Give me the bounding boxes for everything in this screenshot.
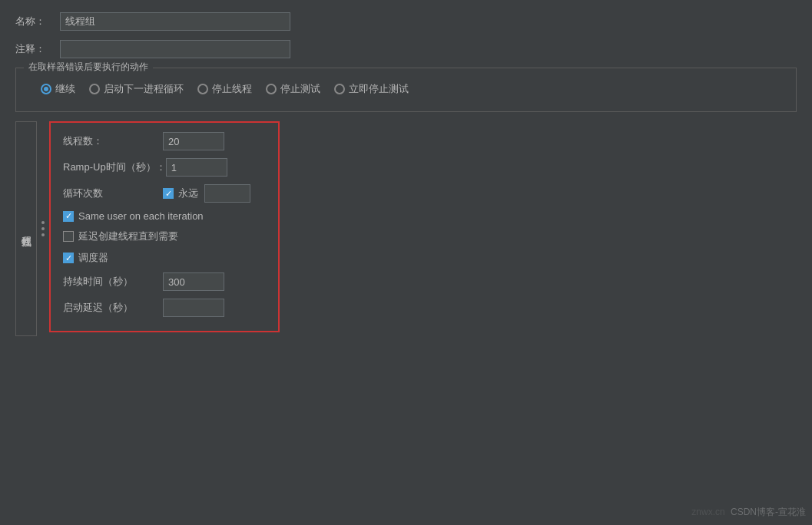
radio-stop-test[interactable]: 停止测试 — [266, 82, 320, 96]
drag-dot-2 — [41, 227, 45, 230]
startup-delay-row: 启动延迟（秒） — [63, 299, 266, 317]
delay-thread-label: 延迟创建线程直到需要 — [78, 229, 178, 243]
drag-dot-1 — [41, 221, 45, 224]
rampup-input[interactable] — [166, 158, 227, 177]
thread-props-vertical-label: 线程属性 — [15, 121, 37, 336]
drag-dot-3 — [41, 233, 45, 236]
radio-continue-indicator — [41, 84, 51, 94]
radio-stop-thread[interactable]: 停止线程 — [197, 82, 252, 96]
name-label: 名称： — [15, 15, 54, 28]
radio-continue-label: 继续 — [55, 82, 75, 96]
radio-stop-test-now-label: 立即停止测试 — [349, 82, 409, 96]
name-row: 名称： — [15, 12, 797, 31]
startup-delay-input[interactable] — [163, 299, 224, 317]
scheduler-label: 调度器 — [78, 251, 108, 265]
comment-input[interactable] — [60, 40, 290, 58]
thread-props-content: 线程数： Ramp-Up时间（秒）： 循环次数 永远 Same use — [49, 121, 280, 332]
comment-label: 注释： — [15, 42, 54, 56]
radio-continue[interactable]: 继续 — [41, 82, 75, 96]
rampup-row: Ramp-Up时间（秒）： — [63, 158, 266, 177]
loop-input[interactable] — [204, 184, 250, 203]
same-user-checkbox-item[interactable]: Same user on each iteration — [63, 210, 266, 222]
radio-next-loop-label: 启动下一进程循环 — [104, 82, 184, 96]
thread-count-input[interactable] — [163, 132, 224, 150]
rampup-label: Ramp-Up时间（秒）： — [63, 160, 166, 174]
forever-checkbox — [163, 188, 174, 199]
radio-stop-test-label: 停止测试 — [280, 82, 320, 96]
radio-stop-test-indicator — [266, 84, 277, 94]
loop-label: 循环次数 — [63, 187, 163, 200]
duration-input[interactable] — [163, 272, 224, 291]
comment-row: 注释： — [15, 40, 797, 58]
name-input[interactable] — [60, 12, 290, 31]
radio-stop-test-now[interactable]: 立即停止测试 — [334, 82, 409, 96]
sampler-error-section-title: 在取样器错误后要执行的动作 — [24, 61, 153, 74]
scheduler-checkbox-item[interactable]: 调度器 — [63, 251, 266, 265]
thread-count-row: 线程数： — [63, 132, 266, 150]
same-user-checkbox — [63, 211, 74, 222]
thread-count-label: 线程数： — [63, 134, 163, 148]
delay-thread-checkbox — [63, 231, 74, 242]
forever-label: 永远 — [178, 187, 198, 200]
loop-row: 循环次数 永远 — [63, 184, 266, 203]
same-user-label: Same user on each iteration — [78, 210, 204, 222]
radio-group: 继续 启动下一进程循环 停止线程 停止测试 立即停止测试 — [28, 74, 784, 104]
startup-delay-label: 启动延迟（秒） — [63, 301, 163, 315]
radio-next-loop[interactable]: 启动下一进程循环 — [89, 82, 184, 96]
duration-label: 持续时间（秒） — [63, 275, 163, 289]
watermark: znwx.cn CSDN博客-宣花淮 — [691, 506, 806, 519]
radio-stop-thread-indicator — [197, 84, 208, 94]
radio-next-loop-indicator — [89, 84, 100, 94]
forever-checkbox-item[interactable]: 永远 — [163, 187, 198, 200]
delay-thread-checkbox-item[interactable]: 延迟创建线程直到需要 — [63, 229, 266, 243]
scheduler-checkbox — [63, 253, 74, 263]
duration-row: 持续时间（秒） — [63, 272, 266, 291]
radio-stop-thread-label: 停止线程 — [212, 82, 252, 96]
radio-stop-test-now-indicator — [334, 84, 345, 94]
